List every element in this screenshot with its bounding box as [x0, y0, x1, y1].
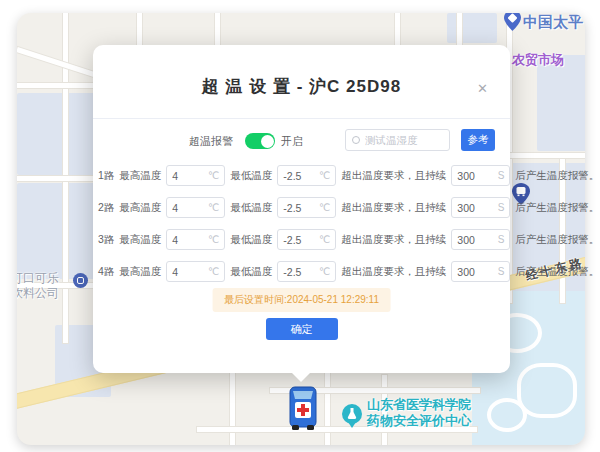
reference-button[interactable]: 参考	[461, 129, 495, 151]
cola-poi-icon[interactable]	[73, 273, 88, 288]
celsius-unit: ℃	[208, 266, 219, 277]
medical-poi-icon[interactable]	[342, 404, 362, 432]
seconds-unit: S	[498, 234, 505, 245]
min-temp-field: ℃	[277, 197, 336, 218]
exceed-label: 超出温度要求，且持续	[341, 265, 446, 279]
exceed-label: 超出温度要求，且持续	[341, 233, 446, 247]
min-temp-label: 最低温度	[230, 201, 272, 215]
duration-input[interactable]	[457, 202, 497, 214]
min-temp-input[interactable]	[283, 202, 319, 214]
poi-market-label: 农贸市场	[512, 51, 564, 69]
min-temp-input[interactable]	[283, 170, 319, 182]
map-block	[17, 183, 97, 279]
dialog-title: 超 温 设 置 - 沪C 25D98	[93, 75, 510, 98]
probe-input[interactable]	[365, 134, 443, 146]
max-temp-field: ℃	[166, 261, 225, 282]
seconds-unit: S	[498, 202, 505, 213]
poi-medical-line2: 药物安全评价中心	[367, 413, 471, 429]
max-temp-label: 最高温度	[119, 265, 161, 279]
poi-insurance-label: 中国太平	[523, 13, 585, 32]
duration-field: S	[451, 261, 510, 282]
max-temp-input[interactable]	[172, 234, 208, 246]
truck-marker[interactable]	[286, 385, 320, 435]
seconds-unit: S	[498, 266, 505, 277]
celsius-unit: ℃	[208, 170, 219, 181]
min-temp-field: ℃	[277, 229, 336, 250]
screenshot-stage: 经十东路 中国太平 农贸市场 可口可乐 饮料公司	[0, 0, 600, 452]
max-temp-field: ℃	[166, 197, 225, 218]
dialog-anchor-tail	[291, 372, 311, 382]
celsius-unit: ℃	[319, 202, 330, 213]
tail-label: 后产生温度报警。	[515, 233, 599, 247]
min-temp-input[interactable]	[283, 266, 319, 278]
duration-field: S	[451, 165, 510, 186]
tail-label: 后产生温度报警。	[515, 169, 599, 183]
max-temp-label: 最高温度	[119, 169, 161, 183]
duration-field: S	[451, 229, 510, 250]
map-road	[395, 13, 400, 47]
last-set-time-notice: 最后设置时间:2024-05-21 12:29:11	[212, 288, 391, 312]
poi-cola-label: 可口可乐 饮料公司	[17, 271, 59, 301]
tail-label: 后产生温度报警。	[515, 265, 599, 279]
temp-row-3: 3路 最高温度 ℃ 最低温度 ℃ 超出温度要求，且持续 S 后产生温度报警。	[98, 229, 505, 250]
duration-field: S	[451, 197, 510, 218]
map-road	[17, 83, 101, 88]
map-road	[215, 13, 220, 49]
channel-label: 3路	[98, 233, 114, 247]
min-temp-label: 最低温度	[230, 233, 272, 247]
celsius-unit: ℃	[319, 266, 330, 277]
max-temp-field: ℃	[166, 165, 225, 186]
alarm-control-row: 超温报警 开启 参考	[93, 129, 510, 153]
min-temp-field: ℃	[277, 261, 336, 282]
map-road	[505, 153, 585, 158]
park-path	[487, 398, 527, 432]
max-temp-input[interactable]	[172, 266, 208, 278]
alarm-toggle[interactable]	[245, 133, 275, 149]
tail-label: 后产生温度报警。	[515, 201, 599, 215]
celsius-unit: ℃	[208, 234, 219, 245]
map-road	[325, 373, 330, 445]
max-temp-label: 最高温度	[119, 201, 161, 215]
max-temp-field: ℃	[166, 229, 225, 250]
map-road	[230, 371, 235, 445]
over-temp-settings-dialog: 超 温 设 置 - 沪C 25D98 ✕ 超温报警 开启 参考 1路 最高温度 …	[93, 45, 510, 373]
poi-medical-label: 山东省医学科学院 药物安全评价中心	[367, 397, 471, 429]
toggle-knob	[261, 135, 274, 148]
map-block	[17, 93, 97, 175]
map-block	[537, 55, 585, 151]
poi-medical-line1: 山东省医学科学院	[367, 397, 471, 413]
celsius-unit: ℃	[208, 202, 219, 213]
seconds-unit: S	[498, 170, 505, 181]
confirm-button[interactable]: 确定	[266, 318, 338, 340]
max-temp-input[interactable]	[172, 170, 208, 182]
temp-row-2: 2路 最高温度 ℃ 最低温度 ℃ 超出温度要求，且持续 S 后产生温度报警。	[98, 197, 505, 218]
exceed-label: 超出温度要求，且持续	[341, 201, 446, 215]
max-temp-label: 最高温度	[119, 233, 161, 247]
insurance-pin-icon[interactable]	[504, 13, 521, 35]
exceed-label: 超出温度要求，且持续	[341, 169, 446, 183]
min-temp-label: 最低温度	[230, 169, 272, 183]
min-temp-field: ℃	[277, 165, 336, 186]
channel-label: 2路	[98, 201, 114, 215]
poi-cola-line2: 饮料公司	[17, 286, 59, 301]
close-icon[interactable]: ✕	[477, 81, 488, 96]
probe-input-box	[345, 129, 450, 151]
min-temp-label: 最低温度	[230, 265, 272, 279]
min-temp-input[interactable]	[283, 234, 319, 246]
channel-label: 1路	[98, 169, 114, 183]
search-icon	[352, 136, 360, 144]
map-block	[447, 13, 497, 43]
channel-label: 4路	[98, 265, 114, 279]
max-temp-input[interactable]	[172, 202, 208, 214]
duration-input[interactable]	[457, 266, 497, 278]
temp-row-1: 1路 最高温度 ℃ 最低温度 ℃ 超出温度要求，且持续 S 后产生温度报警。	[98, 165, 505, 186]
temp-row-4: 4路 最高温度 ℃ 最低温度 ℃ 超出温度要求，且持续 S 后产生温度报警。	[98, 261, 505, 282]
duration-input[interactable]	[457, 234, 497, 246]
divider	[93, 118, 510, 119]
poi-cola-line1: 可口可乐	[17, 271, 59, 286]
duration-input[interactable]	[457, 170, 497, 182]
map-road	[17, 176, 101, 181]
alarm-label: 超温报警	[189, 134, 233, 149]
alarm-state-label: 开启	[281, 134, 303, 149]
celsius-unit: ℃	[319, 170, 330, 181]
